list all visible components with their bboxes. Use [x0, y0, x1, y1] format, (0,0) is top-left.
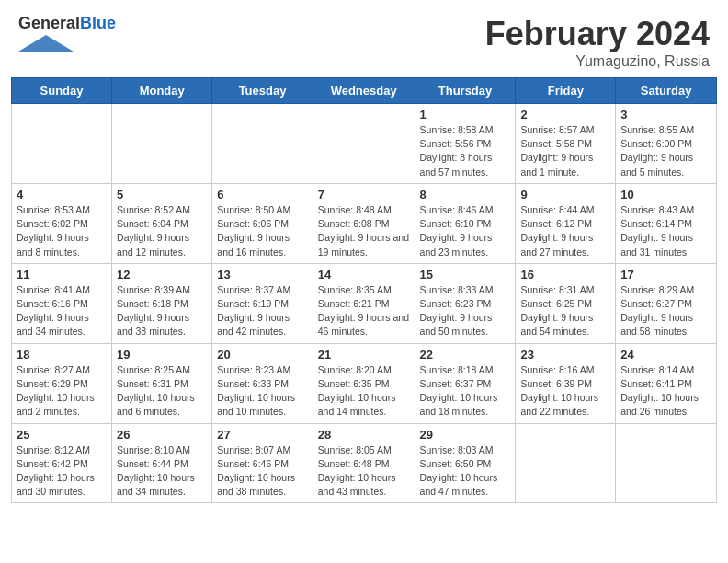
calendar-cell — [12, 104, 112, 184]
calendar-cell — [212, 104, 313, 184]
day-info: Sunrise: 8:46 AM Sunset: 6:10 PM Dayligh… — [420, 203, 511, 259]
day-number: 15 — [420, 268, 511, 282]
calendar-cell: 4Sunrise: 8:53 AM Sunset: 6:02 PM Daylig… — [12, 183, 112, 263]
calendar-cell: 14Sunrise: 8:35 AM Sunset: 6:21 PM Dayli… — [313, 263, 415, 343]
calendar-cell: 28Sunrise: 8:05 AM Sunset: 6:48 PM Dayli… — [313, 423, 415, 503]
calendar-week-1: 1Sunrise: 8:58 AM Sunset: 5:56 PM Daylig… — [12, 104, 717, 184]
day-number: 11 — [17, 268, 107, 282]
logo-icon — [18, 35, 74, 52]
day-number: 3 — [620, 108, 711, 121]
calendar-cell — [313, 104, 415, 184]
calendar-cell: 24Sunrise: 8:14 AM Sunset: 6:41 PM Dayli… — [616, 343, 717, 423]
month-title: February 2024 — [485, 15, 710, 53]
calendar-table: Sunday Monday Tuesday Wednesday Thursday… — [11, 77, 717, 503]
day-info: Sunrise: 8:07 AM Sunset: 6:46 PM Dayligh… — [217, 443, 307, 500]
calendar-cell: 13Sunrise: 8:37 AM Sunset: 6:19 PM Dayli… — [212, 263, 313, 343]
day-number: 17 — [620, 268, 711, 282]
day-number: 25 — [17, 428, 107, 442]
day-number: 29 — [420, 428, 511, 442]
day-number: 13 — [217, 268, 307, 282]
day-info: Sunrise: 8:33 AM Sunset: 6:23 PM Dayligh… — [420, 283, 511, 339]
day-number: 2 — [520, 108, 610, 121]
day-info: Sunrise: 8:03 AM Sunset: 6:50 PM Dayligh… — [420, 443, 511, 500]
calendar-cell: 27Sunrise: 8:07 AM Sunset: 6:46 PM Dayli… — [212, 423, 313, 503]
calendar-cell: 25Sunrise: 8:12 AM Sunset: 6:42 PM Dayli… — [12, 423, 112, 503]
day-number: 19 — [117, 348, 207, 362]
logo-blue-text: Blue — [80, 14, 116, 32]
day-info: Sunrise: 8:41 AM Sunset: 6:16 PM Dayligh… — [17, 283, 107, 339]
day-number: 20 — [217, 348, 307, 362]
day-info: Sunrise: 8:55 AM Sunset: 6:00 PM Dayligh… — [620, 123, 711, 179]
day-info: Sunrise: 8:39 AM Sunset: 6:18 PM Dayligh… — [117, 283, 207, 339]
day-number: 21 — [318, 348, 410, 362]
logo: GeneralBlue — [18, 15, 116, 55]
day-info: Sunrise: 8:25 AM Sunset: 6:31 PM Dayligh… — [117, 363, 207, 419]
day-number: 24 — [620, 348, 711, 362]
calendar-cell — [112, 104, 212, 184]
day-number: 12 — [117, 268, 207, 282]
title-block: February 2024 Yumaguzino, Russia — [485, 15, 710, 70]
day-info: Sunrise: 8:58 AM Sunset: 5:56 PM Dayligh… — [420, 123, 511, 179]
calendar-cell — [516, 423, 616, 503]
calendar-week-3: 11Sunrise: 8:41 AM Sunset: 6:16 PM Dayli… — [12, 263, 717, 343]
day-number: 27 — [217, 428, 307, 442]
calendar-cell: 29Sunrise: 8:03 AM Sunset: 6:50 PM Dayli… — [415, 423, 516, 503]
day-info: Sunrise: 8:31 AM Sunset: 6:25 PM Dayligh… — [520, 283, 610, 339]
calendar-cell: 7Sunrise: 8:48 AM Sunset: 6:08 PM Daylig… — [313, 183, 415, 263]
calendar-cell: 10Sunrise: 8:43 AM Sunset: 6:14 PM Dayli… — [616, 183, 717, 263]
header-monday: Monday — [112, 78, 212, 104]
day-info: Sunrise: 8:16 AM Sunset: 6:39 PM Dayligh… — [520, 363, 610, 419]
day-info: Sunrise: 8:23 AM Sunset: 6:33 PM Dayligh… — [217, 363, 307, 419]
calendar-week-2: 4Sunrise: 8:53 AM Sunset: 6:02 PM Daylig… — [12, 183, 717, 263]
day-info: Sunrise: 8:35 AM Sunset: 6:21 PM Dayligh… — [318, 283, 410, 339]
day-number: 5 — [117, 188, 207, 201]
header-thursday: Thursday — [415, 78, 516, 104]
day-number: 8 — [420, 188, 511, 201]
calendar-cell: 5Sunrise: 8:52 AM Sunset: 6:04 PM Daylig… — [112, 183, 212, 263]
calendar-cell: 1Sunrise: 8:58 AM Sunset: 5:56 PM Daylig… — [415, 104, 516, 184]
day-number: 10 — [620, 188, 711, 201]
calendar-cell: 21Sunrise: 8:20 AM Sunset: 6:35 PM Dayli… — [313, 343, 415, 423]
day-number: 16 — [520, 268, 610, 282]
calendar-cell: 15Sunrise: 8:33 AM Sunset: 6:23 PM Dayli… — [415, 263, 516, 343]
day-number: 14 — [318, 268, 410, 282]
page-header: GeneralBlue February 2024 Yumaguzino, Ru… — [0, 0, 728, 77]
day-number: 18 — [17, 348, 107, 362]
calendar-week-5: 25Sunrise: 8:12 AM Sunset: 6:42 PM Dayli… — [12, 423, 717, 503]
day-info: Sunrise: 8:18 AM Sunset: 6:37 PM Dayligh… — [420, 363, 511, 419]
day-number: 22 — [420, 348, 511, 362]
header-saturday: Saturday — [616, 78, 717, 104]
calendar-body: 1Sunrise: 8:58 AM Sunset: 5:56 PM Daylig… — [12, 104, 717, 503]
calendar-cell: 3Sunrise: 8:55 AM Sunset: 6:00 PM Daylig… — [616, 104, 717, 184]
header-friday: Friday — [516, 78, 616, 104]
calendar-cell: 23Sunrise: 8:16 AM Sunset: 6:39 PM Dayli… — [516, 343, 616, 423]
day-info: Sunrise: 8:52 AM Sunset: 6:04 PM Dayligh… — [117, 203, 207, 259]
header-wednesday: Wednesday — [313, 78, 415, 104]
day-number: 26 — [117, 428, 207, 442]
day-info: Sunrise: 8:43 AM Sunset: 6:14 PM Dayligh… — [620, 203, 711, 259]
day-info: Sunrise: 8:05 AM Sunset: 6:48 PM Dayligh… — [318, 443, 410, 500]
calendar-cell: 26Sunrise: 8:10 AM Sunset: 6:44 PM Dayli… — [112, 423, 212, 503]
calendar-cell: 12Sunrise: 8:39 AM Sunset: 6:18 PM Dayli… — [112, 263, 212, 343]
day-info: Sunrise: 8:12 AM Sunset: 6:42 PM Dayligh… — [17, 443, 107, 500]
day-info: Sunrise: 8:37 AM Sunset: 6:19 PM Dayligh… — [217, 283, 307, 339]
day-number: 6 — [217, 188, 307, 201]
svg-marker-0 — [18, 35, 74, 52]
calendar-cell: 17Sunrise: 8:29 AM Sunset: 6:27 PM Dayli… — [616, 263, 717, 343]
calendar-cell: 9Sunrise: 8:44 AM Sunset: 6:12 PM Daylig… — [516, 183, 616, 263]
day-info: Sunrise: 8:29 AM Sunset: 6:27 PM Dayligh… — [620, 283, 711, 339]
calendar-cell — [616, 423, 717, 503]
header-sunday: Sunday — [12, 78, 112, 104]
day-number: 4 — [17, 188, 107, 201]
calendar-week-4: 18Sunrise: 8:27 AM Sunset: 6:29 PM Dayli… — [12, 343, 717, 423]
calendar-cell: 8Sunrise: 8:46 AM Sunset: 6:10 PM Daylig… — [415, 183, 516, 263]
day-number: 28 — [318, 428, 410, 442]
header-tuesday: Tuesday — [212, 78, 313, 104]
calendar-cell: 20Sunrise: 8:23 AM Sunset: 6:33 PM Dayli… — [212, 343, 313, 423]
logo-general-text: General — [18, 14, 80, 32]
day-info: Sunrise: 8:44 AM Sunset: 6:12 PM Dayligh… — [520, 203, 610, 259]
calendar-cell: 11Sunrise: 8:41 AM Sunset: 6:16 PM Dayli… — [12, 263, 112, 343]
day-info: Sunrise: 8:53 AM Sunset: 6:02 PM Dayligh… — [17, 203, 107, 259]
calendar-header: Sunday Monday Tuesday Wednesday Thursday… — [12, 78, 717, 104]
calendar-cell: 2Sunrise: 8:57 AM Sunset: 5:58 PM Daylig… — [516, 104, 616, 184]
